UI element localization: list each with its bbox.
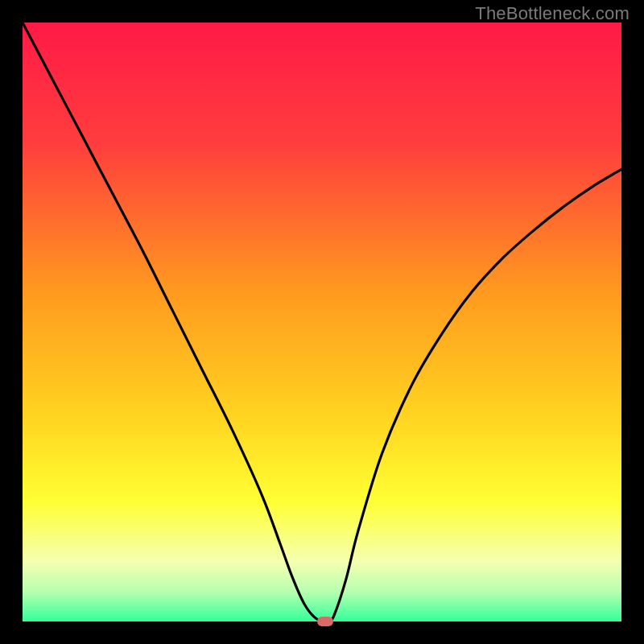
chart-svg [23, 23, 621, 621]
plot-area [23, 23, 621, 621]
optimal-marker [317, 617, 333, 626]
watermark-text: TheBottleneck.com [475, 3, 630, 24]
gradient-background [23, 23, 621, 621]
chart-frame: TheBottleneck.com [0, 0, 644, 644]
